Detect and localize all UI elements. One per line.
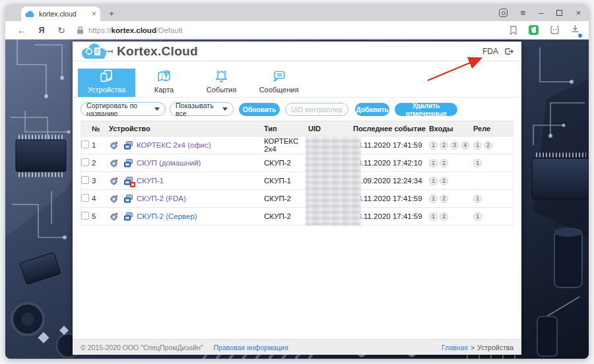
copyright-text: © 2015-2020 ООО "СпецПромДизайн" xyxy=(81,344,203,351)
tab-label: Сообщения xyxy=(259,86,299,94)
tab-close-icon[interactable]: × xyxy=(92,10,96,18)
cloud-favicon-icon xyxy=(25,11,35,18)
input-badge: 2 xyxy=(440,177,448,185)
input-badge: 3 xyxy=(450,141,459,150)
device-monitor-icon[interactable] xyxy=(123,212,133,222)
row-number: 5 xyxy=(92,212,109,220)
tab-label: События xyxy=(207,86,236,94)
inputs-cell: 12 xyxy=(429,159,473,167)
last-event: 03.11.2020 17:41:59 xyxy=(353,195,429,202)
kortex-cloud-logo-icon xyxy=(81,43,114,60)
sort-select-value: Сортировать по названию xyxy=(86,102,154,117)
device-type: СКУП-2 xyxy=(264,159,308,167)
device-link[interactable]: СКУП-2 (FDA) xyxy=(137,195,186,202)
device-type: КОРТЕКС 2x4 xyxy=(264,137,308,153)
legal-info-link[interactable]: Правовая информация xyxy=(214,344,288,351)
close-button[interactable]: × xyxy=(576,9,581,17)
last-event: 03.11.2020 17:41:59 xyxy=(353,141,429,149)
device-link[interactable]: СКУП-1 xyxy=(137,177,164,185)
yandex-home-button[interactable]: Я xyxy=(32,26,51,35)
row-checkbox[interactable] xyxy=(81,212,89,220)
device-monitor-icon[interactable] xyxy=(123,194,133,204)
row-checkbox[interactable] xyxy=(81,140,89,148)
row-number: 2 xyxy=(92,159,109,167)
inputs-cell: 12 xyxy=(429,212,473,221)
device-settings-icon[interactable] xyxy=(109,194,119,204)
chat-icon xyxy=(271,69,287,84)
device-settings-icon[interactable] xyxy=(109,140,119,150)
show-filter-select[interactable]: Показывать все xyxy=(170,102,234,116)
relays-cell: 1 xyxy=(473,195,513,203)
menu-icon[interactable]: ≡ xyxy=(521,9,526,17)
table-header-row: № Устройство Тип UID Последнее событие В… xyxy=(81,121,513,136)
device-type: СКУП-2 xyxy=(264,195,308,202)
device-settings-icon[interactable] xyxy=(109,176,119,186)
table-row: 1 КОРТЕКС 2x4 (офис) КОРТЕКС 2x4 xyxy=(81,136,513,154)
device-settings-icon[interactable] xyxy=(109,158,119,168)
browser-tab[interactable]: kortex.cloud × xyxy=(21,7,100,21)
evernote-extension-icon[interactable] xyxy=(529,25,539,35)
col-header-device: Устройство xyxy=(109,125,264,133)
tab-messages[interactable]: Сообщения xyxy=(250,69,308,97)
devices-table: № Устройство Тип UID Последнее событие В… xyxy=(81,121,513,226)
new-tab-button[interactable]: + xyxy=(106,7,117,19)
page-viewport: Kortex.Cloud FDA Уст xyxy=(5,40,589,359)
device-monitor-icon[interactable] xyxy=(123,158,133,168)
tab-map[interactable]: Карта xyxy=(135,69,193,97)
row-checkbox[interactable] xyxy=(81,176,89,184)
add-button[interactable]: Добавить xyxy=(355,103,389,116)
relay-badge: 1 xyxy=(473,195,482,203)
bookmark-icon[interactable] xyxy=(510,26,517,35)
relay-badge: 1 xyxy=(473,141,482,150)
delete-marked-button[interactable]: Удалить отмеченные xyxy=(395,103,457,116)
input-badge: 1 xyxy=(429,177,438,185)
device-type: СКУП-2 xyxy=(264,212,308,220)
breadcrumb-separator: > xyxy=(471,344,475,351)
maximize-button[interactable] xyxy=(556,10,562,16)
device-link[interactable]: СКУП-2 (Сервер) xyxy=(137,212,197,220)
row-checkbox[interactable] xyxy=(81,158,89,166)
input-badge: 1 xyxy=(429,141,438,150)
minimize-button[interactable]: – xyxy=(539,9,543,17)
input-badge: 1 xyxy=(429,195,438,203)
extension-icon[interactable] xyxy=(550,26,560,35)
refresh-button[interactable]: Обновить xyxy=(239,103,280,116)
username-label[interactable]: FDA xyxy=(482,47,498,56)
last-event: 03.11.2020 17:41:59 xyxy=(353,212,429,220)
back-button[interactable]: ← xyxy=(12,25,32,36)
last-event: 03.11.2020 17:42:10 xyxy=(353,159,429,167)
breadcrumb-home-link[interactable]: Главная xyxy=(442,344,468,351)
tab-devices[interactable]: Устройства xyxy=(78,69,135,97)
url-field[interactable]: https://kortex.cloud/Default xyxy=(77,26,510,34)
downloads-icon[interactable] xyxy=(571,24,579,36)
show-select-value: Показывать все xyxy=(176,102,222,117)
browser-tab-title: kortex.cloud xyxy=(39,10,88,18)
app-logo: Kortex.Cloud xyxy=(81,43,198,60)
uid-input[interactable] xyxy=(285,103,348,116)
device-settings-icon[interactable] xyxy=(109,212,119,222)
logout-icon[interactable] xyxy=(504,47,513,56)
table-row: 4 СКУП-2 (FDA) СКУП-2 0 xyxy=(81,190,513,208)
tab-events[interactable]: События xyxy=(193,69,250,97)
reload-button[interactable]: ↻ xyxy=(51,25,71,36)
browser-feature-icon[interactable] xyxy=(499,9,508,17)
input-badge: 4 xyxy=(461,141,469,150)
device-monitor-icon[interactable] xyxy=(123,176,133,186)
address-bar: ← Я ↻ https://kortex.cloud/Default xyxy=(5,21,589,40)
device-link[interactable]: СКУП (домашний) xyxy=(137,159,201,167)
device-link[interactable]: КОРТЕКС 2x4 (офис) xyxy=(137,141,211,149)
uid-blurred-region xyxy=(306,137,361,226)
app-panel: Kortex.Cloud FDA Уст xyxy=(73,42,521,355)
nav-tabs: Устройства Карта xyxy=(73,61,521,98)
col-header-num: № xyxy=(92,125,109,133)
input-badge: 2 xyxy=(440,195,448,203)
tab-label: Устройства xyxy=(88,86,126,94)
col-header-lastevent: Последнее событие xyxy=(353,125,429,133)
col-header-type: Тип xyxy=(264,125,308,133)
sort-select[interactable]: Сортировать по названию xyxy=(81,102,166,116)
device-monitor-icon[interactable] xyxy=(123,140,133,150)
breadcrumb-current: Устройства xyxy=(477,344,513,351)
col-header-relays: Реле xyxy=(473,125,513,133)
chevron-down-icon xyxy=(222,107,228,111)
row-checkbox[interactable] xyxy=(81,194,89,202)
